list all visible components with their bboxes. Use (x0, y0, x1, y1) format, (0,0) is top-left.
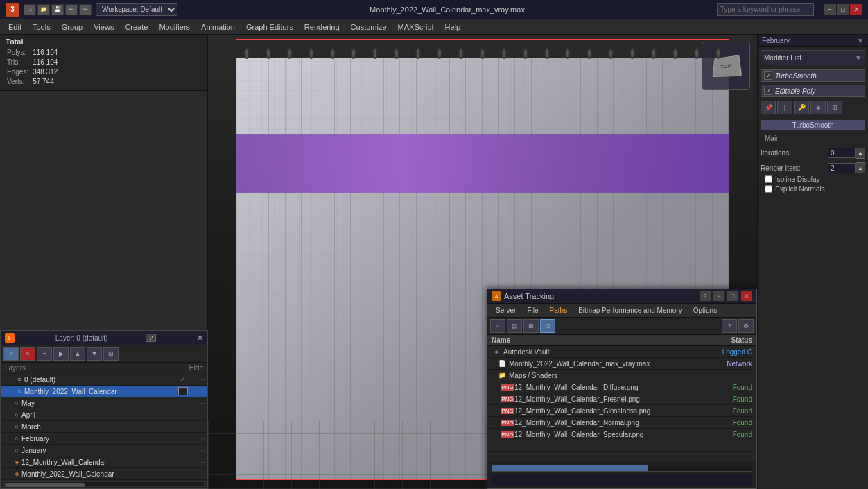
mod-tool-move[interactable]: ⊞ (827, 101, 842, 114)
asset-restore-button[interactable]: □ (727, 291, 738, 301)
vline (236, 58, 253, 479)
list-item[interactable]: ◈ Monthly_2022_Wall_Calendar ··· (1, 468, 207, 480)
asset-minimize-button[interactable]: − (713, 291, 724, 301)
layer-tool-select[interactable]: ≡ (3, 347, 19, 361)
open-btn[interactable]: 📁 (37, 4, 50, 15)
layer-panel: L Layer: 0 (default) ? ✕ ≡ ✕ + ▶ ▲ ▼ ⊞ L… (0, 330, 208, 489)
spiral-coil (372, 48, 378, 59)
list-item[interactable]: 📁 Maps / Shaders (487, 370, 756, 381)
list-item[interactable]: ○ March ··· (1, 421, 207, 433)
viewport-cube[interactable]: TOP (702, 42, 750, 90)
list-item[interactable]: PNG 12_Monthly_Wall_Calendar_Fresnel.png… (487, 393, 756, 405)
layer-tool-move-down[interactable]: ▼ (87, 347, 102, 361)
layer-scrollbar[interactable] (3, 481, 205, 487)
iterations-input[interactable] (828, 148, 856, 158)
asset-column-header: Name Status (487, 335, 756, 346)
cube-face: TOP (713, 55, 743, 77)
menu-animation[interactable]: Animation (196, 22, 241, 33)
search-input[interactable] (717, 3, 814, 16)
isoline-check: Isoline Display (765, 175, 861, 183)
layer-close-button[interactable]: ✕ (197, 334, 203, 343)
isoline-checkbox[interactable] (765, 175, 772, 183)
layer-tool-move-to[interactable]: ▶ (53, 347, 69, 361)
iterations-up[interactable]: ▲ (856, 148, 865, 159)
minimize-button[interactable]: − (824, 4, 836, 15)
ap-item-status: Found (697, 431, 752, 438)
layer-tool-delete[interactable]: ✕ (20, 347, 35, 361)
layer-dots: ··· (188, 470, 205, 478)
list-item[interactable]: PNG 12_Monthly_Wall_Calendar_Specular.pn… (487, 429, 756, 440)
turbosmooth-modifier[interactable]: ✓ TurboSmooth (761, 69, 865, 82)
list-item[interactable]: ○ April ··· (1, 409, 207, 421)
mod-tool-pin[interactable]: 📌 (761, 101, 776, 114)
list-item[interactable]: ○ February ··· (1, 433, 207, 445)
render-iters-input[interactable] (828, 163, 856, 173)
list-item[interactable]: ○ May ··· (1, 397, 207, 409)
menu-create[interactable]: Create (119, 22, 153, 33)
ap-menu-options[interactable]: Options (688, 306, 722, 315)
list-item[interactable]: ≡ 0 (default) ✓ ··· (1, 374, 207, 386)
maximize-button[interactable]: □ (837, 4, 849, 15)
ap-tool-large-icons[interactable]: ⊞ (523, 319, 539, 333)
menu-customize[interactable]: Customize (345, 22, 392, 33)
list-item[interactable]: 📄 Monthly_2022_Wall_Calendar_max_vray.ma… (487, 358, 756, 370)
undo-btn[interactable]: ↩ (65, 4, 78, 15)
asset-help-button[interactable]: ? (700, 291, 711, 301)
menu-rendering[interactable]: Rendering (299, 22, 345, 33)
ap-tool-small-icons[interactable]: ⊡ (540, 319, 555, 333)
explicit-normals-checkbox[interactable] (765, 185, 772, 193)
menu-graph-editors[interactable]: Graph Editors (241, 22, 299, 33)
menu-modifiers[interactable]: Modifiers (153, 22, 196, 33)
asset-footer (487, 463, 756, 488)
asset-close-button[interactable]: ✕ (741, 291, 752, 301)
ap-tool-details[interactable]: ▤ (507, 319, 522, 333)
ap-tool-help[interactable]: ? (722, 319, 737, 333)
menu-group[interactable]: Group (56, 22, 89, 33)
render-iters-up[interactable]: ▲ (856, 162, 865, 173)
list-item[interactable]: PNG 12_Monthly_Wall_Calendar_Normal.png … (487, 417, 756, 429)
list-item[interactable]: ○ January ··· (1, 445, 207, 456)
redo-btn[interactable]: ↪ (79, 4, 92, 15)
right-panel: February ▼ Modifier List ▼ ✓ TurboSmooth… (757, 35, 868, 489)
mod-tool-key[interactable]: 🔑 (794, 101, 809, 114)
menu-tools[interactable]: Tools (27, 22, 56, 33)
asset-menubar: Server File Paths Bitmap Performance and… (487, 304, 756, 318)
asset-path-input[interactable] (492, 474, 752, 486)
viewport[interactable]: [ + ] [Perspective] [Shaded + Edged Face… (208, 35, 757, 489)
close-button[interactable]: ✕ (850, 4, 862, 15)
layer-toolbar: ≡ ✕ + ▶ ▲ ▼ ⊞ (1, 345, 207, 363)
ap-menu-server[interactable]: Server (490, 306, 521, 315)
layer-tool-add[interactable]: + (37, 347, 52, 361)
ap-tool-list[interactable]: ≡ (490, 319, 505, 333)
modifier-list-dropdown[interactable]: Modifier List ▼ (761, 50, 865, 65)
modifier-checkbox[interactable]: ✓ (764, 71, 772, 80)
list-item[interactable]: PNG 12_Monthly_Wall_Calendar_Diffuse.png… (487, 381, 756, 393)
layer-tool-move-up[interactable]: ▲ (70, 347, 85, 361)
ap-menu-paths[interactable]: Paths (544, 306, 573, 315)
workspace-selector[interactable]: Workspace: Default (96, 3, 177, 16)
list-item[interactable]: PNG 12_Monthly_Wall_Calendar_Glossiness.… (487, 405, 756, 417)
modifier-checkbox[interactable]: ✓ (764, 87, 772, 95)
ap-tool-extra[interactable]: ⚙ (738, 319, 754, 333)
save-btn[interactable]: 💾 (51, 4, 64, 15)
layer-help-button[interactable]: ? (146, 334, 156, 342)
layer-tool-expand[interactable]: ⊞ (103, 347, 119, 361)
menu-help[interactable]: Help (440, 22, 467, 33)
ap-menu-bitmap[interactable]: Bitmap Performance and Memory (573, 306, 688, 315)
editable-poly-modifier[interactable]: ✓ Editable Poly (761, 85, 865, 97)
menu-maxscript[interactable]: MAXScript (392, 22, 440, 33)
image-icon: PNG (503, 418, 512, 427)
menu-views[interactable]: Views (88, 22, 119, 33)
mod-tool-graph[interactable]: ◈ (810, 101, 826, 114)
list-item[interactable]: ◈ 12_Monthly_Wall_Calendar ··· (1, 456, 207, 468)
layer-name: February (21, 435, 188, 443)
new-btn[interactable]: □ (24, 4, 36, 15)
layer-panel-title-text: Layer: 0 (default) (55, 334, 108, 342)
left-panel: Total Polys:116 104 Tris:116 104 Edges:3… (0, 35, 208, 489)
layer-panel-icon: L (5, 333, 15, 343)
mod-tool-cursor[interactable]: | (777, 101, 792, 114)
list-item[interactable]: ≡ Monthly_2022_Wall_Calendar ··· (1, 386, 207, 397)
ap-menu-file[interactable]: File (521, 306, 544, 315)
list-item[interactable]: ◈ Autodesk Vault Logged C (487, 346, 756, 358)
menu-edit[interactable]: Edit (3, 22, 27, 33)
